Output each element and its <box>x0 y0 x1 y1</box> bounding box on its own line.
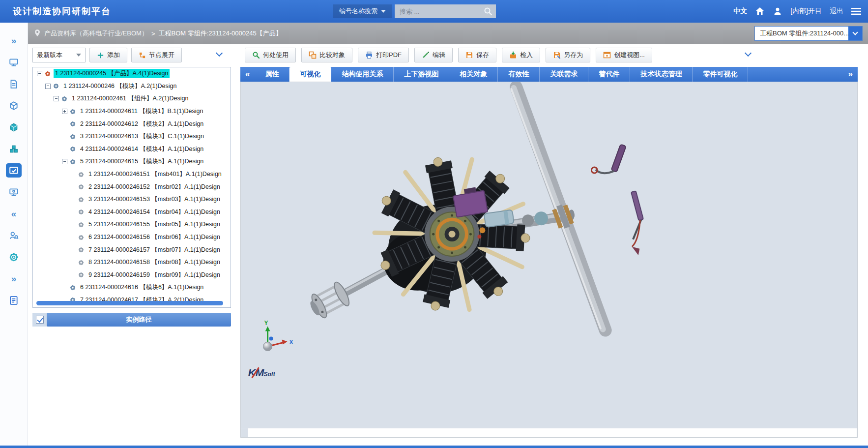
tree-node[interactable]: 6 231124-0000246156 【msbr06】A.1(1)Design <box>33 231 231 244</box>
instance-path-checkbox[interactable] <box>36 316 44 324</box>
tab-2[interactable]: 可视化 <box>289 67 331 82</box>
check-in-button[interactable]: 检入 <box>502 48 540 62</box>
parts-library-icon[interactable] <box>6 120 22 134</box>
tree-node[interactable]: 2 231124-0000246152 【msbr02】A.1(1)Design <box>33 180 231 193</box>
workspace-icon[interactable] <box>6 163 22 178</box>
tabs-scroll-left-icon[interactable]: « <box>240 67 255 82</box>
node-expand-button[interactable]: 节点展开 <box>131 48 182 62</box>
where-used-icon <box>252 51 260 59</box>
settings-icon[interactable] <box>6 250 22 264</box>
search-icon[interactable] <box>484 7 492 18</box>
save-button[interactable]: 保存 <box>458 48 496 62</box>
model-structure-icon[interactable] <box>6 98 22 113</box>
collapse-panel-icon[interactable]: « <box>6 207 22 221</box>
user-query-icon[interactable] <box>6 228 22 242</box>
collapse-icon[interactable] <box>37 71 42 76</box>
assembly-icon[interactable] <box>6 142 22 156</box>
tabs-scroll-right-icon[interactable]: » <box>843 67 858 82</box>
tab-8[interactable]: 替代件 <box>588 67 630 82</box>
tree-node-label: 1 231124-0000246151 【msb401】A.1(1)Design <box>87 170 223 179</box>
home-icon[interactable] <box>755 6 765 16</box>
caret-down-icon <box>381 10 386 13</box>
tree-node[interactable]: 6 231124-000024616 【模块6】A.1(1)Design <box>33 281 231 294</box>
tree-node[interactable]: 3 231124-000024613 【模块3】C.1(1)Design <box>33 130 231 143</box>
expand-panel-icon[interactable]: » <box>6 33 22 48</box>
tree-node[interactable]: 5 231124-000024615 【模块5】A.1(1)Design <box>33 155 231 168</box>
toolbar-button-label: 创建视图... <box>614 51 645 60</box>
tab-7[interactable]: 关联需求 <box>540 67 588 82</box>
create-view-button[interactable]: 创建视图... <box>596 48 652 62</box>
save-as-button[interactable]: 另存为 <box>546 48 590 62</box>
breadcrumb-library[interactable]: 产品资料库（高科电子行业/EBOM） <box>44 29 148 38</box>
collapse-icon[interactable] <box>62 159 67 164</box>
node-expand-label: 节点展开 <box>149 51 174 60</box>
tree-node[interactable]: 1 231124-0000245 【产品】A.4(1)Design <box>33 67 231 80</box>
tree-node[interactable]: 1 231124-0000246 【模块】A.2(1)Design <box>33 80 231 93</box>
collapse-main-toolbar-icon[interactable] <box>745 50 752 57</box>
tree-node[interactable]: 1 231124-0000246151 【msb401】A.1(1)Design <box>33 168 231 181</box>
svg-text:Soft: Soft <box>264 371 276 378</box>
tree-node-label: 9 231124-0000246159 【msbr09】A.1(1)Design <box>87 270 222 280</box>
tab-6[interactable]: 有效性 <box>498 67 540 82</box>
tree-node[interactable]: 2 231124-000024612 【模块2】A.1(1)Design <box>33 118 231 130</box>
logout-button[interactable]: 退出 <box>830 7 843 16</box>
main-toolbar: 何处使用比较对象打印PDF编辑保存检入另存为创建视图... <box>245 47 652 63</box>
tab-5[interactable]: 相关对象 <box>449 67 498 82</box>
tree-node[interactable]: 3 231124-0000246153 【msbr03】A.1(1)Design <box>33 193 231 206</box>
desktop-icon[interactable] <box>6 55 22 69</box>
visualization-icon[interactable] <box>6 185 22 199</box>
tab-1[interactable]: 属性 <box>255 67 289 82</box>
tree-node[interactable]: 1 231124-00002461 【组件】A.2(1)Design <box>33 92 231 105</box>
menu-icon[interactable] <box>851 7 861 15</box>
search-mode-select[interactable]: 编号名称搜索 <box>333 4 392 18</box>
collapse-icon[interactable] <box>45 84 51 89</box>
part-icon <box>78 171 85 178</box>
tree-node[interactable]: 7 231124-0000246157 【msbr07】A.1(1)Design <box>33 243 231 256</box>
tree-node-label: 4 231124-0000246154 【msbr04】A.1(1)Design <box>87 208 222 217</box>
collapse-tree-toolbar-icon[interactable] <box>216 50 223 57</box>
print-pdf-button[interactable]: 打印PDF <box>358 48 409 62</box>
add-button[interactable]: 添加 <box>89 48 127 62</box>
tab-10[interactable]: 零件可视化 <box>693 67 748 82</box>
instance-path-button[interactable]: 实例路径 <box>47 313 231 327</box>
tree-node[interactable]: 9 231124-0000246159 【msbr09】A.1(1)Design <box>33 269 231 282</box>
bom-tree-panel: 1 231124-0000245 【产品】A.4(1)Design1 23112… <box>32 67 231 308</box>
check-in-icon <box>509 51 517 59</box>
tab-9[interactable]: 技术状态管理 <box>630 67 693 82</box>
breadcrumb-bar: 产品资料库（高科电子行业/EBOM） > 工程BOM 零组件:231124-00… <box>28 23 868 44</box>
part-icon <box>78 259 85 266</box>
language-toggle[interactable]: 中文 <box>733 7 747 16</box>
radial-engine <box>375 155 530 313</box>
horizontal-scrollbar[interactable] <box>36 301 223 305</box>
tree-node[interactable]: 4 231124-0000246154 【msbr04】A.1(1)Design <box>33 206 231 219</box>
save-icon <box>465 51 473 59</box>
task-list-icon[interactable] <box>6 293 22 307</box>
tab-4[interactable]: 上下游视图 <box>394 67 449 82</box>
collapse-icon[interactable] <box>54 96 59 101</box>
search-input[interactable] <box>395 4 496 18</box>
tree-node[interactable]: 8 231124-0000246158 【msbr08】A.1(1)Design <box>33 256 231 269</box>
context-selector[interactable]: 工程BOM 零组件:231124-000... <box>754 26 863 41</box>
documents-icon[interactable] <box>6 77 22 91</box>
where-used-button[interactable]: 何处使用 <box>245 48 296 62</box>
version-select[interactable]: 最新版本 <box>32 48 86 62</box>
part-icon <box>69 158 76 165</box>
app-title: 设计制造协同研制平台 <box>13 5 111 17</box>
tab-3[interactable]: 结构使用关系 <box>331 67 394 82</box>
3d-model-canvas[interactable]: Y X KM Soft <box>241 82 857 437</box>
edit-button[interactable]: 编辑 <box>414 48 453 62</box>
print-pdf-icon <box>365 51 373 59</box>
tree-node[interactable]: 5 231124-0000246155 【msbr05】A.1(1)Design <box>33 218 231 231</box>
bom-tree: 1 231124-0000245 【产品】A.4(1)Design1 23112… <box>33 67 231 306</box>
more-icon[interactable]: » <box>6 271 22 286</box>
tree-node[interactable]: 4 231124-000024614 【模块4】A.1(1)Design <box>33 143 231 156</box>
expand-icon[interactable] <box>62 109 67 114</box>
tree-node[interactable]: 1 231124-000024611 【模块1】B.1(1)Design <box>33 105 231 118</box>
part-icon <box>53 83 59 90</box>
compare-button[interactable]: 比较对象 <box>301 48 352 62</box>
breadcrumb-current: 工程BOM 零组件:231124-0000245【产品】 <box>159 29 282 38</box>
user-icon[interactable] <box>773 6 782 16</box>
part-icon <box>78 271 85 278</box>
context-dropdown-button[interactable] <box>848 27 862 40</box>
3d-viewport[interactable]: Y X KM Soft <box>240 82 858 438</box>
